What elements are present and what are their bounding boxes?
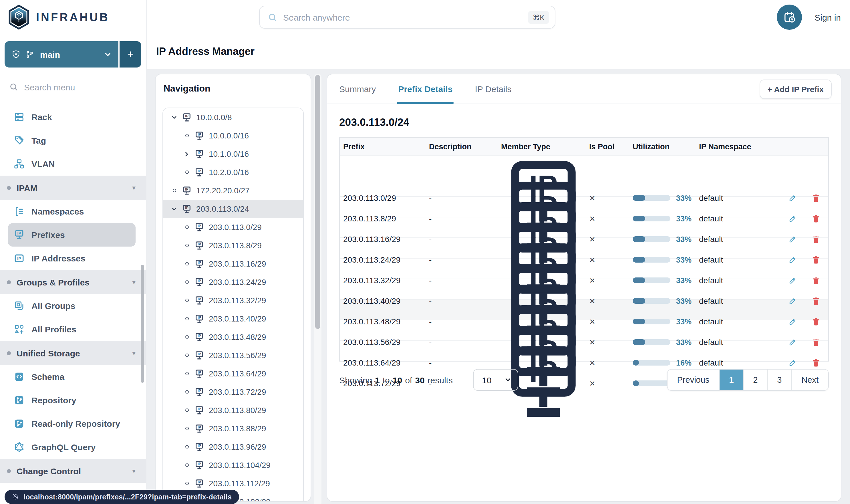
statusbar-url: localhost:8000/ipam/prefixes/...2F29?ipa… (23, 493, 232, 501)
tree-item-203-0-113-56-29[interactable]: IP203.0.113.56/29 (163, 346, 303, 364)
tree-item-203-0-113-64-29[interactable]: IP203.0.113.64/29 (163, 364, 303, 383)
add-branch-button[interactable]: + (120, 41, 141, 68)
table-row[interactable]: 203.0.113.0/29-IP✕33%default (340, 155, 828, 176)
sidebar-search-input[interactable]: Search menu (0, 68, 146, 101)
detail-tabs: SummaryPrefix DetailsIP Details+ Add IP … (327, 74, 841, 104)
sidebar-item-tag[interactable]: Tag (0, 129, 146, 152)
edit-prefix-button[interactable] (788, 235, 797, 244)
delete-prefix-button[interactable] (812, 358, 820, 367)
global-search-input[interactable]: Search anywhere ⌘K (259, 6, 556, 29)
tab-summary[interactable]: Summary (339, 74, 376, 104)
tree-item-203-0-113-8-29[interactable]: IP203.0.113.8/29 (163, 236, 303, 255)
tree-item-label: 203.0.113.16/29 (209, 259, 266, 268)
tree-item-10-1-0-0-16[interactable]: IP10.1.0.0/16 (163, 145, 303, 163)
delete-prefix-button[interactable] (812, 317, 820, 326)
repository-icon (14, 395, 24, 406)
leaf-bullet-icon (182, 372, 191, 375)
pagination-button-1[interactable]: 1 (719, 370, 743, 390)
add-ip-prefix-button[interactable]: + Add IP Prefix (759, 79, 832, 99)
navigation-scrollbar[interactable] (314, 74, 322, 504)
tab-ip-details[interactable]: IP Details (475, 74, 511, 104)
tab-prefix-details[interactable]: Prefix Details (398, 74, 452, 104)
tree-item-203-0-113-72-29[interactable]: IP203.0.113.72/29 (163, 383, 303, 401)
tree-item-203-0-113-24-29[interactable]: IP203.0.113.24/29 (163, 273, 303, 291)
utilization-bar (633, 216, 670, 221)
sidebar-section-change-control[interactable]: Change Control▼ (0, 459, 146, 483)
sidebar-item-ip-addresses[interactable]: IPIP Addresses (0, 247, 146, 270)
sidebar-item-rack[interactable]: Rack (0, 105, 146, 129)
navigation-scrollbar-thumb[interactable] (315, 75, 320, 329)
tree-item-10-0-0-0-16[interactable]: IP10.0.0.0/16 (163, 126, 303, 145)
tree-item-172-20-20-0-27[interactable]: IP172.20.20.0/27 (163, 181, 303, 200)
edit-prefix-button[interactable] (788, 276, 797, 285)
delete-prefix-button[interactable] (812, 214, 820, 223)
tree-item-203-0-113-96-29[interactable]: IP203.0.113.96/29 (163, 438, 303, 456)
tree-item-10-2-0-0-16[interactable]: IP10.2.0.0/16 (163, 163, 303, 181)
tree-item-label: 10.0.0.0/8 (196, 113, 232, 122)
tree-item-203-0-113-16-29[interactable]: IP203.0.113.16/29 (163, 255, 303, 273)
tree-item-203-0-113-32-29[interactable]: IP203.0.113.32/29 (163, 291, 303, 309)
app-root: INFRAHUB main + Search menu RackTagVLANI… (0, 0, 850, 504)
tree-item-label: 203.0.113.112/29 (209, 479, 270, 488)
sidebar-section-unified-storage[interactable]: Unified Storage▼ (0, 341, 146, 365)
pagination-button-previous[interactable]: Previous (668, 370, 719, 390)
chevron-right-icon[interactable] (182, 151, 191, 157)
delete-prefix-button[interactable] (812, 235, 820, 244)
branch-dropdown[interactable]: main (4, 41, 119, 68)
sidebar-section-groups-profiles[interactable]: Groups & Profiles▼ (0, 270, 146, 294)
sidebar-item-vlan[interactable]: VLAN (0, 152, 146, 176)
content-area: Navigation IP10.0.0.0/8IP10.0.0.0/16IP10… (147, 69, 850, 504)
chevron-down-icon[interactable] (170, 206, 179, 212)
delete-prefix-button[interactable] (812, 255, 820, 264)
is-pool-false-icon: ✕ (586, 255, 629, 264)
branch-icon (25, 50, 34, 59)
edit-prefix-button[interactable] (788, 338, 797, 346)
delete-prefix-button[interactable] (812, 338, 820, 346)
page-size-select[interactable]: 10 (473, 369, 519, 391)
tree-item-203-0-113-40-29[interactable]: IP203.0.113.40/29 (163, 309, 303, 328)
branch-selector[interactable]: main + (4, 41, 141, 68)
sidebar-item-prefixes[interactable]: IPPrefixes (8, 223, 135, 247)
sidebar-item-graphql-query[interactable]: GraphQL Query (0, 435, 146, 459)
edit-prefix-button[interactable] (788, 214, 797, 223)
sidebar-item-read-only-repository[interactable]: Read-only Repository (0, 412, 146, 435)
tree-item-203-0-113-80-29[interactable]: IP203.0.113.80/29 (163, 401, 303, 419)
sidebar-item-repository[interactable]: Repository (0, 389, 146, 412)
sidebar-item-all-groups[interactable]: All Groups (0, 294, 146, 318)
utilization-bar (633, 381, 670, 386)
sign-in-link[interactable]: Sign in (815, 12, 841, 22)
pagination-button-next[interactable]: Next (791, 370, 828, 390)
edit-prefix-button[interactable] (788, 358, 797, 367)
tree-item-203-0-113-88-29[interactable]: IP203.0.113.88/29 (163, 419, 303, 438)
schedule-button[interactable] (777, 4, 802, 30)
sidebar-section-label: Change Control (17, 466, 125, 476)
sidebar-search-placeholder: Search menu (24, 82, 75, 92)
delete-prefix-button[interactable] (812, 276, 820, 285)
chevron-down-icon[interactable] (170, 114, 179, 121)
is-pool-false-icon: ✕ (586, 194, 629, 202)
column-header-description: Description (426, 142, 498, 151)
sidebar-item-all-profiles[interactable]: All Profiles (0, 318, 146, 341)
tree-item-10-0-0-0-8[interactable]: IP10.0.0.0/8 (163, 108, 303, 126)
edit-prefix-button[interactable] (788, 296, 797, 305)
edit-prefix-button[interactable] (788, 255, 797, 264)
delete-prefix-button[interactable] (812, 296, 820, 305)
sidebar-item-namespaces[interactable]: Namespaces (0, 200, 146, 223)
sidebar-item-schema[interactable]: Schema (0, 365, 146, 389)
edit-prefix-button[interactable] (788, 194, 797, 202)
sidebar-scrollbar[interactable] (141, 265, 144, 383)
cell-prefix: 203.0.113.32/29 (340, 276, 426, 285)
page-size-value: 10 (482, 375, 491, 385)
delete-prefix-button[interactable] (812, 194, 820, 202)
tree-item-203-0-113-0-29[interactable]: IP203.0.113.0/29 (163, 218, 303, 236)
edit-prefix-button[interactable] (788, 317, 797, 326)
leaf-bullet-icon (185, 317, 188, 320)
brand[interactable]: INFRAHUB (0, 0, 146, 34)
tree-item-203-0-113-0-24[interactable]: IP203.0.113.0/24 (163, 200, 303, 218)
tree-item-203-0-113-48-29[interactable]: IP203.0.113.48/29 (163, 328, 303, 346)
pagination-button-2[interactable]: 2 (743, 370, 767, 390)
tree-item-203-0-113-104-29[interactable]: IP203.0.113.104/29 (163, 456, 303, 474)
sidebar-section-ipam[interactable]: IPAM▼ (0, 176, 146, 200)
chevron-down-icon: ▼ (131, 468, 137, 474)
pagination-button-3[interactable]: 3 (767, 370, 791, 390)
